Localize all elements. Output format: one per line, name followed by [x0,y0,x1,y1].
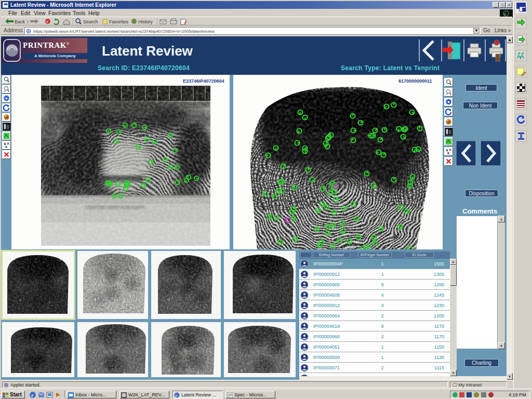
svg-text:Favorites: Favorites [109,19,129,24]
svg-text:e: e [176,393,178,398]
svg-text:e: e [31,392,34,398]
svg-text:History: History [138,19,153,24]
svg-text:x: x [46,19,48,24]
svg-text:e: e [504,11,507,17]
svg-text:Back: Back [15,19,25,24]
svg-text:Search: Search [83,19,98,24]
